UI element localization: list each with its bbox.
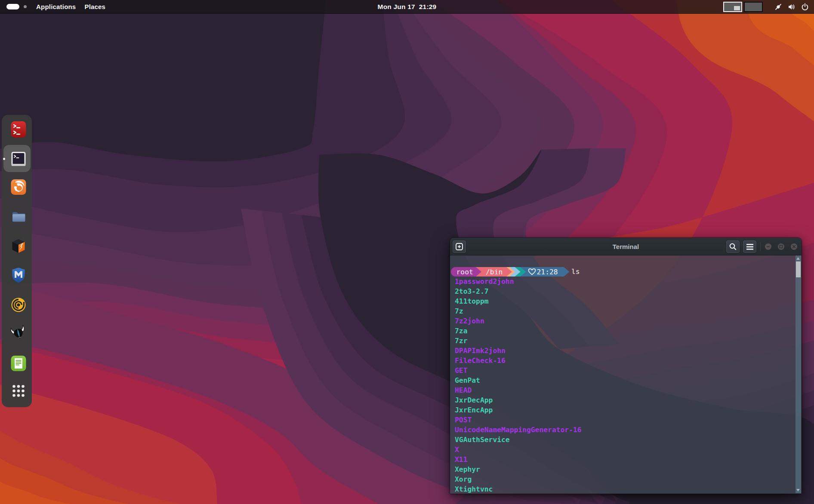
terminal-output-line: UnicodeNameMappingGenerator-16 xyxy=(450,425,786,435)
terminal-window: Terminal xyxy=(450,238,802,494)
dock-item-app-grid[interactable] xyxy=(9,382,28,400)
terminal-output-line: 7zr xyxy=(450,336,786,346)
terminal-prompt-line: root /bin 21:28 ls xyxy=(450,267,786,277)
clock[interactable]: Mon Jun 17 21:29 xyxy=(0,3,814,11)
workspace-window-preview xyxy=(734,6,740,10)
new-tab-icon xyxy=(455,243,463,251)
network-icon[interactable] xyxy=(774,3,782,11)
search-icon xyxy=(729,243,737,251)
dock-item-beef[interactable] xyxy=(9,324,28,342)
dock-item-root-terminal[interactable] xyxy=(9,120,28,138)
terminal-output-line: Xtightvnc xyxy=(450,484,786,494)
terminal-output-line: 1password2john xyxy=(450,277,786,286)
terminal-output-line: GenPat xyxy=(450,375,786,385)
workspace-switcher-1[interactable] xyxy=(723,2,742,12)
terminal-output-line: VGAuthService xyxy=(450,435,786,445)
menu-button[interactable] xyxy=(743,240,757,253)
terminal-output-line: 7z2john xyxy=(450,316,786,326)
shell-prompt: root /bin 21:28 xyxy=(451,267,570,277)
close-icon xyxy=(792,245,796,249)
maximize-icon xyxy=(779,245,783,249)
terminal-output-line: 2to3-2.7 xyxy=(450,286,786,296)
prompt-time: 21:28 xyxy=(536,267,558,276)
terminal-output-line: JxrEncApp xyxy=(450,405,786,415)
dock-item-metasploit[interactable] xyxy=(9,266,28,284)
maximize-button[interactable] xyxy=(778,243,784,250)
terminal-output-line: Xorg xyxy=(450,474,786,484)
terminal-output-line: JxrDecApp xyxy=(450,395,786,405)
terminal-blank-line xyxy=(450,257,786,267)
terminal-output-line: POST xyxy=(450,415,786,425)
top-bar: Applications Places Mon Jun 17 21:29 xyxy=(0,0,814,14)
dock-running-indicator xyxy=(3,158,5,160)
scrollbar[interactable] xyxy=(796,255,801,493)
terminal-output-line: Xephyr xyxy=(450,464,786,474)
scrollbar-thumb[interactable] xyxy=(796,261,801,277)
dock xyxy=(2,115,32,407)
terminal-output-line: X xyxy=(450,445,786,455)
new-tab-button[interactable] xyxy=(452,240,466,253)
typed-command: ls xyxy=(571,267,580,277)
volume-icon[interactable] xyxy=(788,3,796,11)
dock-item-terminal[interactable] xyxy=(9,150,28,168)
terminal-output-line: 7za xyxy=(450,326,786,336)
terminal-output-line: 411toppm xyxy=(450,296,786,306)
system-tray xyxy=(723,0,814,13)
terminal-output: root /bin 21:28 ls 1password2john2to3-2.… xyxy=(450,257,786,494)
dock-item-burpsuite[interactable] xyxy=(9,237,28,255)
minimize-icon xyxy=(766,245,770,249)
terminal-screen[interactable]: root /bin 21:28 ls 1password2john2to3-2.… xyxy=(450,255,802,494)
minimize-button[interactable] xyxy=(765,243,771,250)
search-button[interactable] xyxy=(726,240,740,253)
dock-item-firefox[interactable] xyxy=(9,178,28,196)
hamburger-icon xyxy=(746,243,754,250)
scroll-down-icon[interactable] xyxy=(796,489,800,492)
prompt-user: root xyxy=(456,267,473,276)
dock-item-legion[interactable] xyxy=(9,296,28,314)
terminal-output-line: DPAPImk2john xyxy=(450,346,786,356)
terminal-headerbar[interactable]: Terminal xyxy=(450,238,802,255)
scroll-up-icon[interactable] xyxy=(796,257,800,260)
terminal-output-line: 7z xyxy=(450,306,786,316)
power-icon[interactable] xyxy=(801,3,809,11)
close-button[interactable] xyxy=(791,243,797,250)
terminal-output-line: GET xyxy=(450,366,786,375)
terminal-output-line: FileCheck-16 xyxy=(450,356,786,366)
headerbar-separator xyxy=(760,242,761,251)
terminal-output-line: HEAD xyxy=(450,385,786,395)
dock-item-text-editor[interactable] xyxy=(9,354,28,372)
terminal-output-line: X11 xyxy=(450,455,786,464)
dock-item-files[interactable] xyxy=(9,208,28,226)
prompt-cwd: /bin xyxy=(486,267,503,276)
workspace-switcher-2[interactable] xyxy=(744,2,763,12)
